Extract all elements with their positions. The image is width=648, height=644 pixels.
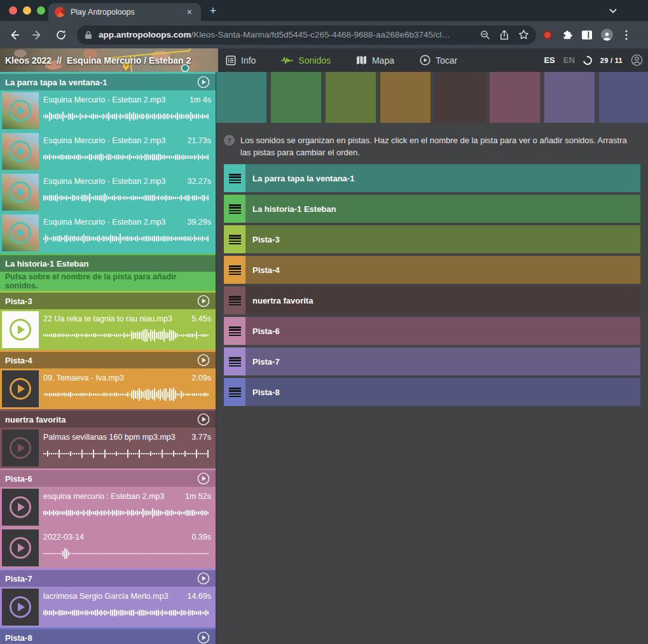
track-color-swatch[interactable]: [380, 72, 431, 123]
recording-extension-button[interactable]: [539, 27, 556, 43]
audio-clip[interactable]: 09. Temaeva - Iva.mp32.09s: [0, 368, 216, 409]
clip-thumbnail[interactable]: [2, 214, 39, 251]
reload-button[interactable]: [53, 27, 69, 43]
clip-thumbnail[interactable]: [2, 174, 39, 211]
fullscreen-window-button[interactable]: [37, 6, 45, 15]
play-clip-button[interactable]: [10, 319, 31, 340]
track-color-swatch[interactable]: [435, 72, 485, 123]
play-clip-button[interactable]: [10, 100, 31, 122]
play-clip-button[interactable]: [10, 496, 31, 518]
track-section-header[interactable]: La historia-1 Esteban: [0, 255, 216, 272]
track-section-header[interactable]: La parra tapa la ventana-1: [0, 74, 216, 90]
minimize-window-button[interactable]: [23, 6, 31, 15]
play-clip-button[interactable]: [10, 378, 31, 400]
tab-tocar[interactable]: Tocar: [420, 55, 457, 66]
track-row-bar[interactable]: Pista-3: [245, 225, 640, 253]
drag-handle[interactable]: [224, 347, 245, 375]
new-tab-button[interactable]: +: [206, 4, 220, 18]
play-clip-button[interactable]: [10, 141, 31, 162]
audio-clip[interactable]: 22 Ua reka te tagnia to rau niau.mp35.45…: [0, 309, 216, 350]
browser-tab[interactable]: Play Antropoloops ×: [48, 3, 201, 21]
audio-clip[interactable]: Esquina Mercurio - Esteban 2.mp332.27s: [0, 172, 216, 213]
clip-thumbnail[interactable]: [2, 589, 39, 626]
track-section-header[interactable]: Pista-6: [0, 470, 216, 487]
track-row[interactable]: nuertra favorita: [224, 286, 640, 314]
lang-es-button[interactable]: ES: [544, 55, 555, 65]
track-color-swatch[interactable]: [544, 72, 595, 123]
clip-thumbnail[interactable]: [2, 370, 39, 407]
track-row[interactable]: Pista-3: [224, 225, 640, 253]
track-section-header[interactable]: Pista-7: [0, 570, 216, 587]
forward-button[interactable]: [30, 27, 45, 43]
clip-thumbnail[interactable]: [2, 311, 39, 348]
share-button[interactable]: [497, 27, 512, 43]
tab-info[interactable]: Info: [226, 55, 256, 66]
track-section-header[interactable]: Pista-3: [0, 293, 216, 309]
zoom-page-button[interactable]: [478, 27, 493, 43]
track-color-swatch[interactable]: [271, 72, 321, 123]
clip-thumbnail[interactable]: [2, 133, 39, 170]
track-row[interactable]: Pista-6: [224, 317, 640, 345]
audio-clip[interactable]: lacrimosa Sergio García Merlo.mp314.69s: [0, 587, 216, 627]
tab-search-chevron-icon[interactable]: [608, 6, 618, 16]
bookmark-button[interactable]: [516, 27, 531, 43]
play-track-icon[interactable]: [197, 295, 210, 307]
play-clip-button[interactable]: [10, 437, 31, 459]
play-track-icon[interactable]: [197, 472, 210, 485]
drag-handle[interactable]: [224, 195, 245, 223]
profile-button[interactable]: [598, 27, 615, 43]
play-track-icon[interactable]: [197, 413, 210, 426]
drag-handle[interactable]: [224, 256, 245, 284]
track-row-bar[interactable]: nuertra favorita: [245, 286, 640, 314]
browser-menu-button[interactable]: [618, 27, 635, 43]
clip-thumbnail[interactable]: [2, 430, 39, 466]
track-color-swatch[interactable]: [599, 72, 648, 123]
tab-mapa[interactable]: Mapa: [356, 55, 394, 66]
tab-close-icon[interactable]: ×: [184, 6, 195, 18]
track-section-header[interactable]: Pista-4: [0, 352, 216, 368]
track-row[interactable]: Pista-8: [224, 378, 640, 406]
track-row[interactable]: Pista-7: [224, 347, 640, 375]
side-panel-button[interactable]: [579, 27, 595, 43]
track-row[interactable]: La parra tapa la ventana-1: [224, 164, 640, 192]
track-row-bar[interactable]: Pista-7: [245, 347, 640, 375]
track-color-swatch[interactable]: [326, 72, 376, 123]
track-row[interactable]: La historia-1 Esteban: [224, 195, 640, 223]
track-row-bar[interactable]: La historia-1 Esteban: [245, 195, 640, 223]
account-icon[interactable]: [631, 54, 643, 66]
play-clip-button[interactable]: [10, 222, 31, 244]
clip-thumbnail[interactable]: [2, 92, 39, 129]
audio-clip[interactable]: esquina mercurio : Esteban 2.mp31m 52s: [0, 487, 216, 528]
audio-clip[interactable]: Palmas sevillanas 160 bpm mp3.mp33.77s: [0, 428, 216, 468]
drag-handle[interactable]: [224, 378, 245, 406]
close-window-button[interactable]: [9, 6, 17, 15]
track-row-bar[interactable]: Pista-6: [245, 317, 640, 345]
audio-clip[interactable]: Esquina Mercurio - Esteban 2.mp31m 4s: [0, 90, 216, 131]
tab-sonidos[interactable]: Sonidos: [281, 55, 331, 66]
play-clip-button[interactable]: [10, 181, 31, 203]
drag-handle[interactable]: [224, 317, 245, 345]
play-track-icon[interactable]: [197, 76, 210, 88]
play-clip-button[interactable]: [10, 537, 31, 559]
play-clip-button[interactable]: [10, 596, 31, 618]
track-row[interactable]: Pista-4: [224, 256, 640, 284]
track-row-bar[interactable]: Pista-4: [245, 256, 640, 284]
track-row-bar[interactable]: La parra tapa la ventana-1: [245, 164, 640, 192]
drag-handle[interactable]: [224, 164, 245, 192]
lang-en-button[interactable]: EN: [563, 55, 575, 65]
audio-clip[interactable]: Esquina Mercurio - Esteban 2.mp339.29s: [0, 213, 216, 253]
address-bar[interactable]: app.antropoloops.com/Kleos-Santa-Marina/…: [77, 25, 536, 45]
clip-thumbnail[interactable]: [2, 529, 39, 566]
play-track-icon[interactable]: [197, 631, 210, 644]
extensions-button[interactable]: [559, 27, 576, 43]
drag-handle[interactable]: [224, 286, 245, 314]
play-track-icon[interactable]: [197, 354, 210, 367]
track-color-swatch[interactable]: [216, 72, 266, 123]
back-button[interactable]: [6, 27, 22, 43]
track-section-header[interactable]: nuertra favorita: [0, 411, 216, 428]
audio-clip[interactable]: 2022-03-140.39s: [0, 528, 216, 568]
track-row-bar[interactable]: Pista-8: [245, 378, 640, 406]
drag-handle[interactable]: [224, 225, 245, 253]
play-track-icon[interactable]: [197, 572, 210, 585]
track-section-header[interactable]: Pista-8: [0, 629, 216, 644]
